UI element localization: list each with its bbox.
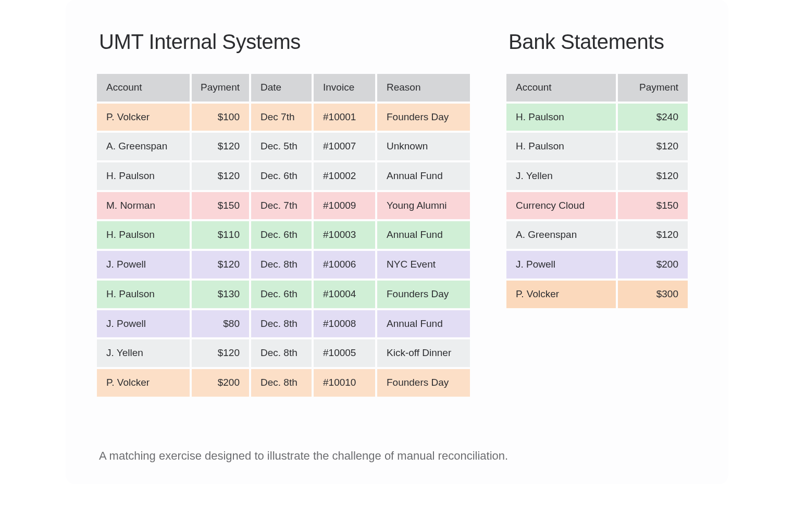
col-reason: Reason <box>377 74 470 102</box>
internal-systems-section: UMT Internal Systems Account Payment Dat… <box>97 21 470 397</box>
cell-date: Dec. 8th <box>251 251 312 278</box>
cell-account: H. Paulson <box>506 133 616 160</box>
cell-payment: $120 <box>618 221 688 249</box>
cell-payment: $300 <box>618 281 688 308</box>
cell-date: Dec. 7th <box>251 192 312 220</box>
col-date: Date <box>251 74 312 102</box>
cell-payment: $120 <box>618 133 688 160</box>
cell-reason: Founders Day <box>377 281 470 308</box>
reconciliation-figure: UMT Internal Systems Account Payment Dat… <box>66 0 728 484</box>
cell-account: H. Paulson <box>506 104 616 131</box>
col-account: Account <box>506 74 616 102</box>
cell-date: Dec 7th <box>251 104 312 131</box>
table-row: M. Norman$150Dec. 7th#10009Young Alumni <box>97 192 470 220</box>
table-header: Account Payment Date Invoice Reason <box>97 74 470 102</box>
cell-reason: Annual Fund <box>377 221 470 249</box>
cell-payment: $120 <box>192 162 249 190</box>
bank-statements-table: Account Payment H. Paulson$240H. Paulson… <box>506 74 688 308</box>
cell-reason: Annual Fund <box>377 310 470 338</box>
table-row: H. Paulson$130Dec. 6th#10004Founders Day <box>97 281 470 308</box>
figure-caption: A matching exercise designed to illustra… <box>97 449 697 464</box>
cell-account: J. Powell <box>506 251 616 278</box>
cell-payment: $120 <box>618 162 688 190</box>
table-header: Account Payment <box>506 74 688 102</box>
cell-payment: $120 <box>192 251 249 278</box>
cell-account: J. Yellen <box>97 339 190 367</box>
cell-account: M. Norman <box>97 192 190 220</box>
cell-invoice: #10005 <box>314 339 375 367</box>
cell-invoice: #10001 <box>314 104 375 131</box>
cell-reason: Founders Day <box>377 369 470 397</box>
table-row: P. Volcker$100Dec 7th#10001Founders Day <box>97 104 470 131</box>
cell-payment: $100 <box>192 104 249 131</box>
columns: UMT Internal Systems Account Payment Dat… <box>97 21 697 397</box>
cell-account: P. Volcker <box>97 104 190 131</box>
table-row: A. Greenspan$120 <box>506 221 688 249</box>
cell-reason: Young Alumni <box>377 192 470 220</box>
cell-account: J. Yellen <box>506 162 616 190</box>
table-row: A. Greenspan$120Dec. 5th#10007Unknown <box>97 133 470 160</box>
cell-date: Dec. 8th <box>251 369 312 397</box>
cell-invoice: #10006 <box>314 251 375 278</box>
table-row: H. Paulson$110Dec. 6th#10003Annual Fund <box>97 221 470 249</box>
cell-payment: $130 <box>192 281 249 308</box>
cell-invoice: #10007 <box>314 133 375 160</box>
cell-payment: $150 <box>192 192 249 220</box>
cell-payment: $80 <box>192 310 249 338</box>
table-row: H. Paulson$120Dec. 6th#10002Annual Fund <box>97 162 470 190</box>
table-row: P. Volcker$300 <box>506 281 688 308</box>
internal-systems-title: UMT Internal Systems <box>99 28 470 55</box>
cell-invoice: #10010 <box>314 369 375 397</box>
cell-account: P. Volcker <box>97 369 190 397</box>
bank-statements-section: Bank Statements Account Payment H. Pauls… <box>506 21 688 308</box>
table-row: P. Volcker$200Dec. 8th#10010Founders Day <box>97 369 470 397</box>
cell-invoice: #10004 <box>314 281 375 308</box>
internal-systems-table: Account Payment Date Invoice Reason P. V… <box>97 74 470 397</box>
cell-date: Dec. 6th <box>251 221 312 249</box>
table-row: J. Yellen$120 <box>506 162 688 190</box>
cell-date: Dec. 8th <box>251 310 312 338</box>
col-invoice: Invoice <box>314 74 375 102</box>
cell-date: Dec. 8th <box>251 339 312 367</box>
table-row: J. Powell$200 <box>506 251 688 278</box>
cell-account: A. Greenspan <box>506 221 616 249</box>
cell-date: Dec. 6th <box>251 162 312 190</box>
cell-date: Dec. 5th <box>251 133 312 160</box>
cell-payment: $120 <box>192 133 249 160</box>
cell-invoice: #10009 <box>314 192 375 220</box>
cell-payment: $120 <box>192 339 249 367</box>
bank-statements-title: Bank Statements <box>508 28 688 55</box>
col-payment: Payment <box>618 74 688 102</box>
col-account: Account <box>97 74 190 102</box>
cell-account: P. Volcker <box>506 281 616 308</box>
cell-invoice: #10008 <box>314 310 375 338</box>
cell-account: Currency Cloud <box>506 192 616 220</box>
table-row: J. Powell$120Dec. 8th#10006NYC Event <box>97 251 470 278</box>
cell-invoice: #10002 <box>314 162 375 190</box>
cell-payment: $110 <box>192 221 249 249</box>
cell-account: H. Paulson <box>97 281 190 308</box>
table-row: J. Powell$80Dec. 8th#10008Annual Fund <box>97 310 470 338</box>
cell-account: J. Powell <box>97 251 190 278</box>
cell-account: J. Powell <box>97 310 190 338</box>
cell-reason: NYC Event <box>377 251 470 278</box>
cell-invoice: #10003 <box>314 221 375 249</box>
cell-account: H. Paulson <box>97 162 190 190</box>
cell-reason: Unknown <box>377 133 470 160</box>
cell-account: H. Paulson <box>97 221 190 249</box>
cell-reason: Annual Fund <box>377 162 470 190</box>
table-row: J. Yellen$120Dec. 8th#10005Kick-off Dinn… <box>97 339 470 367</box>
cell-payment: $200 <box>192 369 249 397</box>
table-row: Currency Cloud$150 <box>506 192 688 220</box>
cell-date: Dec. 6th <box>251 281 312 308</box>
cell-payment: $240 <box>618 104 688 131</box>
table-row: H. Paulson$120 <box>506 133 688 160</box>
col-payment: Payment <box>192 74 249 102</box>
cell-reason: Founders Day <box>377 104 470 131</box>
cell-payment: $200 <box>618 251 688 278</box>
table-row: H. Paulson$240 <box>506 104 688 131</box>
cell-payment: $150 <box>618 192 688 220</box>
cell-reason: Kick-off Dinner <box>377 339 470 367</box>
cell-account: A. Greenspan <box>97 133 190 160</box>
